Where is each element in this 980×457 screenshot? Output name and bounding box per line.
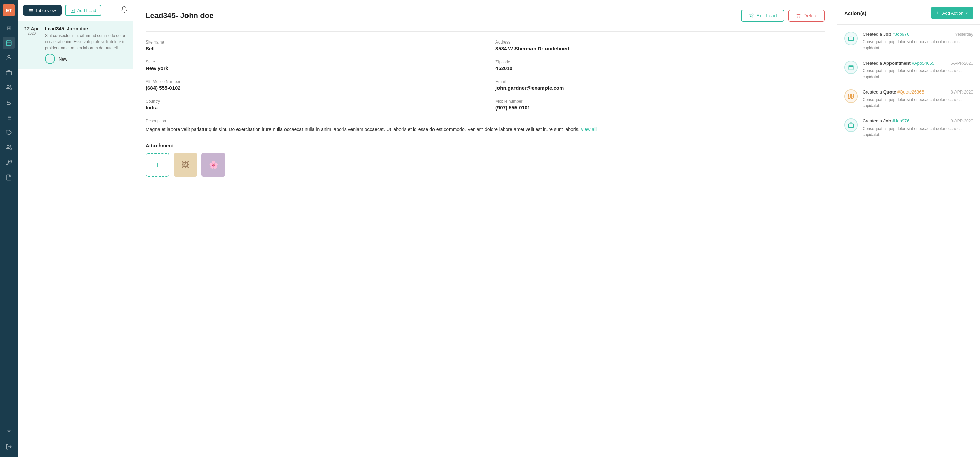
timeline-date-2: 8-APR-2020	[951, 90, 973, 95]
timeline-date-1: 5-APR-2020	[951, 61, 973, 66]
contacts-icon[interactable]	[3, 82, 15, 94]
svg-point-6	[7, 85, 9, 87]
mobile-field: Mobile number (907) 555-0101	[495, 99, 825, 111]
attachment-thumb-2[interactable]: 🌸	[202, 153, 225, 177]
timeline-item: Created a Job #Job976 Yesterday Consequa…	[844, 32, 973, 51]
timeline-action-text: Created a Job #Job976	[862, 32, 909, 37]
right-panel: Action(s) + Add Action ▾ Created a Job #…	[837, 0, 980, 457]
actions-header: Action(s) + Add Action ▾	[837, 7, 980, 25]
country-field: Country India	[146, 99, 475, 111]
actions-title: Action(s)	[844, 10, 866, 16]
left-panel-header: Table view Add Lead	[18, 0, 133, 21]
site-name-field: Site name Self	[146, 40, 475, 51]
timeline-connector	[851, 104, 851, 114]
timeline-desc-3: Consequat aliquip dolor sint et occaecat…	[862, 125, 973, 138]
sidebar: ET ⊞	[0, 0, 18, 457]
svg-rect-0	[6, 41, 11, 46]
description-section: Description Magna et labore velit pariat…	[146, 119, 825, 133]
attachment-add-button[interactable]: +	[146, 153, 169, 177]
job-link-0[interactable]: #Job976	[892, 32, 909, 37]
timeline-item: Created a Job #Job976 9-APR-2020 Consequ…	[844, 118, 973, 138]
delete-button[interactable]: Delete	[788, 10, 825, 22]
main-header: Lead345- John doe Edit Lead Delete	[146, 10, 825, 22]
state-field: State New york	[146, 60, 475, 71]
bell-icon[interactable]	[121, 6, 127, 14]
person-icon[interactable]	[3, 52, 15, 64]
timeline-item: Created a Quote #Quote26366 8-APR-2020 C…	[844, 89, 973, 109]
quote-icon	[844, 89, 858, 103]
add-action-button[interactable]: + Add Action ▾	[931, 7, 974, 19]
appointment-icon	[844, 60, 858, 74]
appointment-link[interactable]: #Apo54655	[912, 60, 935, 66]
lead-status-label: New	[59, 56, 67, 62]
job-icon-2	[844, 118, 858, 132]
timeline-desc-0: Consequat aliquip dolor sint et occaecat…	[862, 39, 973, 51]
left-panel: Table view Add Lead 12 Apr 2020 Lead345-…	[18, 0, 134, 457]
lead-status-circle	[45, 54, 55, 64]
email-field: Email john.gardner@example.com	[495, 79, 825, 91]
lead-list-item[interactable]: 12 Apr 2020 Lead345- John doe Sint conse…	[18, 21, 133, 69]
view-all-link[interactable]: view all	[581, 127, 597, 132]
report-icon[interactable]	[3, 171, 15, 184]
main-content: Lead345- John doe Edit Lead Delete Site …	[134, 0, 837, 457]
svg-rect-31	[849, 124, 854, 127]
lead-item-name: Lead345- John doe	[45, 26, 127, 31]
chevron-down-icon: ▾	[966, 11, 968, 15]
tools-icon[interactable]	[3, 156, 15, 169]
svg-rect-5	[6, 71, 11, 75]
timeline-date-0: Yesterday	[955, 32, 973, 37]
timeline-desc-2: Consequat aliquip dolor sint et occaecat…	[862, 97, 973, 109]
timeline-content: Created a Quote #Quote26366 8-APR-2020 C…	[862, 89, 973, 109]
svg-point-4	[8, 56, 10, 57]
home-icon[interactable]: ⊞	[3, 22, 15, 34]
timeline-connector	[851, 46, 851, 56]
edit-lead-button[interactable]: Edit Lead	[741, 10, 784, 22]
filter-icon[interactable]	[3, 426, 15, 438]
header-buttons: Edit Lead Delete	[741, 10, 825, 22]
page-title: Lead345- John doe	[146, 11, 213, 20]
timeline-action-text: Created a Job #Job976	[862, 118, 909, 124]
timeline-content: Created a Job #Job976 9-APR-2020 Consequ…	[862, 118, 973, 138]
table-view-button[interactable]: Table view	[23, 5, 62, 16]
list-icon[interactable]	[3, 111, 15, 124]
info-grid: Site name Self Address 8584 W Sherman Dr…	[146, 40, 825, 111]
lead-item-description: Sint consectetur ut cillum ad commodo do…	[45, 33, 127, 51]
attachment-list: + 🖼 🌸	[146, 153, 825, 177]
briefcase-icon[interactable]	[3, 67, 15, 79]
timeline-content: Created a Appointment #Apo54655 5-APR-20…	[862, 60, 973, 80]
svg-point-15	[7, 145, 9, 147]
calendar-icon[interactable]	[3, 37, 15, 49]
attachment-thumb-1[interactable]: 🖼	[173, 153, 197, 177]
tag-icon[interactable]	[3, 127, 15, 139]
timeline-content: Created a Job #Job976 Yesterday Consequa…	[862, 32, 973, 51]
logout-icon[interactable]	[3, 441, 15, 453]
zipcode-field: ZIpcode 452010	[495, 60, 825, 71]
dollar-icon[interactable]	[3, 97, 15, 109]
svg-rect-26	[849, 37, 854, 41]
timeline-action-text: Created a Quote #Quote26366	[862, 89, 924, 95]
app-logo: ET	[3, 4, 15, 16]
lead-date: 12 Apr 2020	[23, 26, 40, 51]
lead-list: 12 Apr 2020 Lead345- John doe Sint conse…	[18, 21, 133, 457]
job-link-3[interactable]: #Job976	[892, 118, 909, 124]
timeline: Created a Job #Job976 Yesterday Consequa…	[837, 25, 980, 138]
timeline-action-text: Created a Appointment #Apo54655	[862, 60, 934, 66]
timeline-desc-1: Consequat aliquip dolor sint et occaecat…	[862, 68, 973, 80]
svg-rect-27	[849, 65, 853, 70]
alt-mobile-field: Alt. Mobile Number (684) 555-0102	[146, 79, 475, 91]
timeline-date-3: 9-APR-2020	[951, 119, 973, 124]
attachment-section: Attachment + 🖼 🌸	[146, 143, 825, 177]
quote-link[interactable]: #Quote26366	[897, 89, 924, 95]
description-text: Magna et labore velit pariatur quis sint…	[146, 125, 825, 133]
timeline-item: Created a Appointment #Apo54655 5-APR-20…	[844, 60, 973, 80]
job-icon	[844, 32, 858, 45]
team-icon[interactable]	[3, 141, 15, 154]
add-lead-button[interactable]: Add Lead	[65, 5, 102, 16]
timeline-connector	[851, 75, 851, 85]
address-field: Address 8584 W Sherman Dr undefined	[495, 40, 825, 51]
